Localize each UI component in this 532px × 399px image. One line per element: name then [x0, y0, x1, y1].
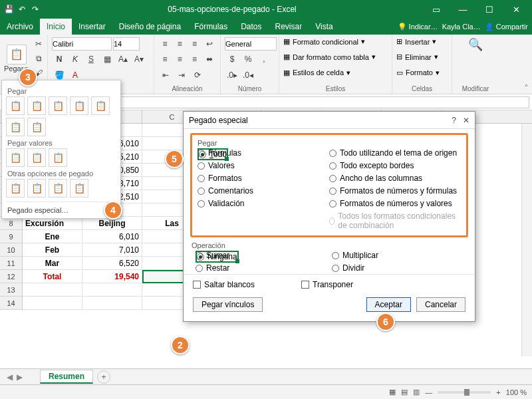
- view-layout-icon[interactable]: ▤: [401, 388, 408, 396]
- paste-link-button[interactable]: Pegar vínculos: [193, 297, 263, 312]
- zoom-in-icon[interactable]: +: [496, 388, 500, 396]
- radio-dividir[interactable]: Dividir: [332, 263, 468, 273]
- dialog-close-icon[interactable]: ✕: [463, 116, 469, 125]
- tab-insertar[interactable]: Insertar: [72, 19, 112, 35]
- cancel-button[interactable]: Cancelar: [416, 297, 466, 312]
- save-icon[interactable]: 💾: [3, 3, 15, 15]
- number-format-combo[interactable]: [225, 37, 277, 51]
- font-size-combo[interactable]: [113, 37, 140, 51]
- paste-values-icon[interactable]: 📋: [49, 148, 67, 167]
- bold-button[interactable]: N: [52, 53, 66, 66]
- radio-formatos-num-form[interactable]: Formatos de números y fórmulas: [329, 186, 461, 196]
- maximize-icon[interactable]: ☐: [476, 0, 503, 19]
- paste-option-icon[interactable]: 📋: [27, 96, 46, 115]
- tab-datos[interactable]: Datos: [234, 19, 268, 35]
- row-header[interactable]: 11: [0, 257, 23, 270]
- cell[interactable]: 6,010: [82, 230, 142, 243]
- paste-option-icon[interactable]: 📋: [6, 96, 25, 115]
- dialog-help-icon[interactable]: ?: [452, 116, 456, 125]
- row-header[interactable]: 8: [0, 217, 23, 230]
- cell[interactable]: Mar: [23, 257, 82, 270]
- copy-icon[interactable]: ⧉: [31, 52, 46, 65]
- paste-option-icon[interactable]: 📋: [49, 96, 67, 115]
- cell[interactable]: 7,010: [82, 243, 142, 257]
- cell[interactable]: 19,540: [82, 270, 142, 283]
- tab-archivo[interactable]: Archivo: [0, 19, 40, 35]
- radio-restar[interactable]: Restar: [196, 263, 332, 273]
- format-table-button[interactable]: ▦ Dar formato como tabla ▾: [283, 53, 388, 61]
- tab-revisar[interactable]: Revisar: [269, 19, 309, 35]
- zoom-slider[interactable]: [438, 391, 491, 394]
- decrease-font-button[interactable]: A▾: [132, 53, 146, 66]
- cell[interactable]: Excursión: [23, 217, 82, 230]
- increase-font-button[interactable]: A▴: [116, 53, 130, 66]
- indent-inc-icon[interactable]: ⇥: [174, 68, 189, 82]
- paste-special-menu-item[interactable]: Pegado especial…: [6, 201, 116, 217]
- row-header[interactable]: 12: [0, 270, 23, 283]
- paste-values-icon[interactable]: 📋: [6, 148, 25, 167]
- sheet-nav-next-icon[interactable]: ▶: [17, 372, 23, 382]
- cell-styles-button[interactable]: ▦ Estilos de celda ▾: [283, 68, 388, 77]
- radio-comentarios[interactable]: Comentarios: [198, 186, 329, 196]
- align-left-icon[interactable]: ≡: [158, 53, 172, 66]
- align-center-icon[interactable]: ≡: [173, 53, 186, 66]
- radio-sumar[interactable]: Sumar: [196, 251, 332, 260]
- align-mid-icon[interactable]: ≡: [173, 37, 186, 51]
- cell[interactable]: Ene: [23, 230, 82, 243]
- tell-me[interactable]: 💡 Indicar…: [398, 23, 438, 31]
- paste-values-icon[interactable]: 📋: [27, 148, 46, 167]
- share-button[interactable]: 👤 Compartir: [485, 23, 528, 31]
- currency-icon[interactable]: $: [225, 53, 239, 66]
- user-name[interactable]: Kayla Cla…: [442, 23, 481, 31]
- cond-format-button[interactable]: ▦ Formato condicional ▾: [283, 37, 388, 46]
- radio-valores[interactable]: Valores: [198, 161, 329, 170]
- tab-vista[interactable]: Vista: [309, 19, 339, 35]
- check-transponer[interactable]: Transponer: [301, 280, 353, 289]
- sheet-tab[interactable]: Resumen: [40, 370, 93, 384]
- new-sheet-button[interactable]: +: [97, 370, 110, 384]
- tab-inicio[interactable]: Inicio: [40, 19, 72, 35]
- radio-formatos[interactable]: Formatos: [198, 174, 329, 183]
- italic-button[interactable]: K: [68, 53, 82, 66]
- underline-button[interactable]: S: [84, 53, 98, 66]
- ok-button[interactable]: Aceptar: [366, 297, 411, 312]
- radio-formulas[interactable]: Fórmulas: [198, 148, 329, 158]
- vertical-scrollbar[interactable]: [521, 124, 532, 356]
- zoom-level[interactable]: 100 %: [506, 388, 527, 396]
- find-select-icon[interactable]: 🔍: [456, 37, 495, 52]
- paste-option-icon[interactable]: 📋: [70, 96, 88, 115]
- cell[interactable]: Feb: [23, 243, 82, 257]
- check-saltar-blancos[interactable]: Saltar blancos: [193, 280, 255, 289]
- redo-icon[interactable]: ↷: [29, 3, 41, 15]
- undo-icon[interactable]: ↶: [16, 3, 28, 15]
- paste-other-icon[interactable]: 📋: [6, 179, 25, 198]
- insert-cells-button[interactable]: ⊞ Insertar ▾: [396, 37, 448, 46]
- paste-option-icon[interactable]: 📋: [91, 96, 110, 115]
- align-top-icon[interactable]: ≡: [158, 37, 172, 51]
- wrap-text-icon[interactable]: ↩: [203, 37, 216, 51]
- collapse-ribbon-icon[interactable]: ˄: [525, 84, 528, 91]
- align-right-icon[interactable]: ≡: [188, 53, 201, 66]
- delete-cells-button[interactable]: ⊟ Eliminar ▾: [396, 53, 448, 61]
- view-normal-icon[interactable]: ▦: [389, 388, 396, 396]
- inc-decimal-icon[interactable]: .0▸: [225, 68, 239, 82]
- minimize-icon[interactable]: ―: [450, 0, 476, 19]
- formula-input[interactable]: [72, 96, 529, 108]
- format-cells-button[interactable]: ▭ Formato ▾: [396, 68, 448, 77]
- view-pagebreak-icon[interactable]: ▥: [413, 388, 420, 396]
- comma-icon[interactable]: ,: [257, 53, 271, 66]
- merge-icon[interactable]: ⬌: [203, 53, 216, 66]
- paste-other-icon[interactable]: 📋: [27, 179, 46, 198]
- cut-icon[interactable]: ✂: [31, 37, 46, 51]
- tab-diseno[interactable]: Diseño de página: [112, 19, 188, 35]
- cell[interactable]: 6,520: [82, 257, 142, 270]
- align-bot-icon[interactable]: ≡: [188, 37, 201, 51]
- zoom-out-icon[interactable]: ―: [425, 388, 432, 396]
- paste-option-icon[interactable]: 📋: [6, 118, 25, 136]
- font-name-combo[interactable]: [52, 37, 112, 51]
- radio-multiplicar[interactable]: Multiplicar: [332, 251, 468, 260]
- border-button[interactable]: ▦: [100, 53, 114, 66]
- ribbon-options-icon[interactable]: ▭: [423, 0, 450, 19]
- row-header[interactable]: 13: [0, 283, 23, 297]
- cell[interactable]: Total: [23, 270, 82, 283]
